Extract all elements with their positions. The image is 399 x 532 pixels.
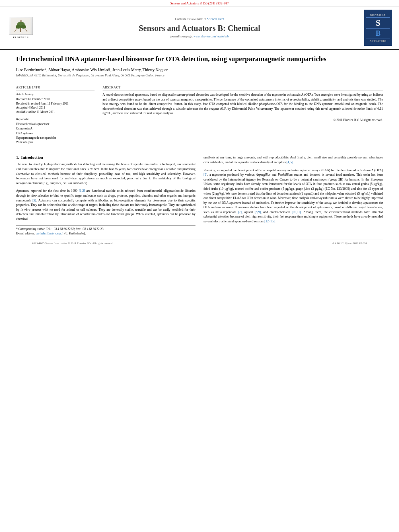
available-date: Available online 11 March 2011 — [16, 110, 95, 115]
authors-line: Lise Barthelmebs*, Akhtar Hayat, Ambrosi… — [16, 68, 383, 72]
journal-title: Sensors and Actuators B: Chemical — [139, 23, 260, 33]
ref-6[interactable]: [6] — [204, 173, 207, 177]
abstract-box: ABSTRACT A novel electrochemical aptasen… — [103, 83, 383, 144]
citation-bar: Sensors and Actuators B 156 (2011) 932–9… — [0, 0, 399, 6]
keyword-4: Superparamagnetic nanoparticles — [16, 136, 95, 140]
section-divider — [16, 151, 383, 151]
page-footer: 0925-4005/$ – see front matter © 2011 El… — [16, 240, 383, 246]
svg-point-5 — [20, 20, 22, 22]
email-link[interactable]: barthelm@univ-perp.fr — [36, 232, 64, 235]
actuators-word: AcTuAToRS — [370, 40, 387, 42]
svg-point-3 — [16, 25, 21, 29]
accepted-date: Accepted 4 March 2011 — [16, 106, 95, 110]
ref-3[interactable]: [3] — [33, 199, 36, 202]
footer-doi: doi:10.1016/j.snb.2011.03.008 — [333, 242, 367, 245]
history-label: Article history: — [16, 92, 95, 96]
right-para1: synthesis at any time, in large amounts,… — [204, 155, 383, 164]
intro-para1: The need to develop high-performing meth… — [16, 162, 195, 185]
badge-divider3 — [366, 39, 390, 39]
paper-title: Electrochemical DNA aptamer-based biosen… — [16, 55, 383, 64]
ref-8-9[interactable]: [8,9] — [255, 210, 261, 214]
sensors-badge-area: SENSORS S B AcTuAToRS — [362, 10, 394, 46]
abstract-text: A novel electrochemical aptasensor, base… — [103, 92, 383, 116]
journal-homepage: journal homepage: www.elsevier.com/locat… — [170, 35, 229, 38]
body-left: 1. Introduction The need to develop high… — [16, 155, 195, 236]
body-columns: 1. Introduction The need to develop high… — [16, 155, 383, 236]
keyword-1: Electrochemical aptasensor — [16, 122, 95, 126]
footer-issn: 0925-4005/$ – see front matter © 2011 El… — [32, 242, 114, 245]
info-abstract-row: ARTICLE INFO Article history: Received 8… — [16, 83, 383, 144]
ref-7[interactable]: [7] — [238, 210, 242, 214]
journal-info-center: Contents lists available at ScienceDirec… — [41, 10, 358, 46]
footnote-corresponding: * Corresponding author. Tel.: +33 4 68 6… — [16, 227, 195, 232]
right-para2: Recently, we reported the development of… — [204, 168, 383, 224]
tree-svg — [11, 18, 31, 34]
sensors-badge: SENSORS S B AcTuAToRS — [364, 10, 392, 46]
ref-10-11[interactable]: [10,11] — [292, 210, 301, 214]
section1-title: 1. Introduction — [16, 155, 195, 160]
ref-1-2[interactable]: [1,2] — [79, 189, 85, 193]
footnote-section: * Corresponding author. Tel.: +33 4 68 6… — [16, 225, 195, 236]
ref-4-5[interactable]: [4,5] — [286, 160, 292, 164]
elsevier-graphic — [9, 17, 33, 35]
article-info-header: ARTICLE INFO — [16, 86, 95, 90]
copyright-text: © 2011 Elsevier B.V. All rights reserved… — [103, 118, 383, 122]
abstract-header: ABSTRACT — [103, 86, 383, 90]
received-date: Received 8 December 2010 — [16, 97, 95, 102]
journal-header: ELSEVIER Contents lists available at Sci… — [0, 6, 399, 50]
s-letter: S — [376, 18, 380, 27]
homepage-link[interactable]: www.elsevier.com/locate/snb — [193, 35, 229, 38]
received-revised-date: Received in revised form 11 February 201… — [16, 102, 95, 106]
keyword-3: DNA aptamer — [16, 131, 95, 136]
ref-12-15[interactable]: [12–15] — [264, 220, 274, 223]
sciencedirect-link[interactable]: ScienceDirect — [207, 17, 224, 21]
article-info-box: ARTICLE INFO Article history: Received 8… — [16, 83, 95, 144]
sensors-word: SENSORS — [370, 13, 386, 16]
elsevier-text: ELSEVIER — [13, 36, 29, 39]
footnote-email: E-mail address: barthelm@univ-perp.fr (L… — [16, 232, 195, 236]
citation-text: Sensors and Actuators B 156 (2011) 932–9… — [170, 2, 228, 5]
paper-content: Electrochemical DNA aptamer-based biosen… — [0, 50, 399, 255]
svg-point-4 — [21, 25, 26, 29]
affiliation-line: IMAGES, EA 4218, Bâtiment S, Université … — [16, 74, 383, 77]
elsevier-logo-area: ELSEVIER — [5, 10, 37, 46]
keywords-label: Keywords: — [16, 117, 95, 121]
elsevier-logo: ELSEVIER — [5, 17, 37, 39]
badge-divider2 — [366, 28, 390, 29]
keyword-2: Ochratoxin A — [16, 126, 95, 131]
keyword-5: Wine analysis — [16, 140, 95, 144]
b-letter: B — [376, 29, 380, 38]
intro-para2: Aptamers, reported for the first time in… — [16, 189, 195, 221]
contents-line: Contents lists available at ScienceDirec… — [175, 17, 224, 21]
body-right: synthesis at any time, in large amounts,… — [204, 155, 383, 236]
